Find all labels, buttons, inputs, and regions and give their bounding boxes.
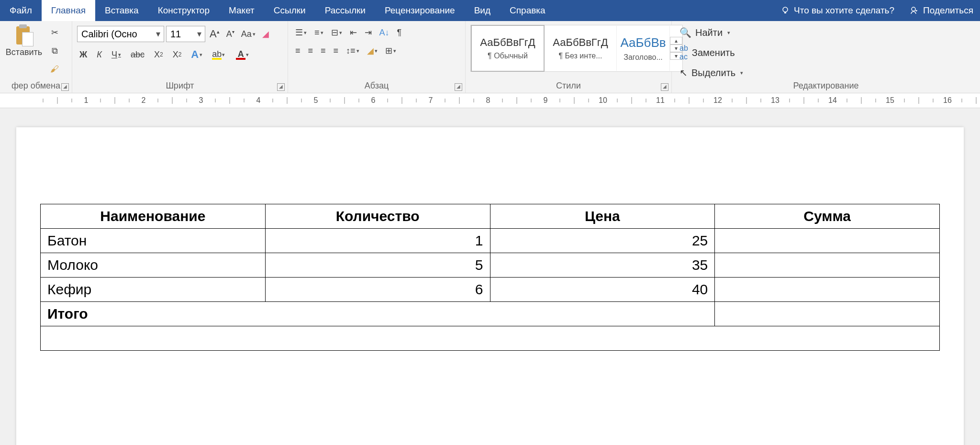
- paragraph-dialog-launcher[interactable]: ◢: [455, 83, 462, 91]
- tell-me-search[interactable]: Что вы хотите сделать?: [772, 0, 903, 21]
- select-label: Выделить: [691, 67, 735, 78]
- table-cell[interactable]: 6: [265, 278, 490, 302]
- borders-button[interactable]: ⊞▾: [383, 44, 399, 57]
- numbering-button[interactable]: ≡▾: [312, 26, 326, 39]
- decrease-indent-button[interactable]: ⇤: [347, 26, 359, 39]
- table-total-value[interactable]: [715, 302, 940, 326]
- table-cell[interactable]: 40: [490, 278, 715, 302]
- find-button[interactable]: 🔍 Найти▾: [677, 26, 746, 39]
- underline-button[interactable]: Ч▾: [109, 48, 123, 61]
- shrink-font-button[interactable]: A▾: [224, 28, 237, 41]
- font-name-input[interactable]: [78, 27, 152, 41]
- indent-icon: ⇥: [365, 27, 372, 38]
- table-cell[interactable]: 1: [265, 229, 490, 253]
- multilevel-button[interactable]: ⊟▾: [329, 26, 345, 39]
- table-cell[interactable]: 5: [265, 253, 490, 278]
- bold-button[interactable]: Ж: [77, 48, 89, 61]
- tab-home[interactable]: Главная: [42, 0, 95, 21]
- svg-text:15: 15: [886, 96, 894, 104]
- tab-references[interactable]: Ссылки: [264, 0, 315, 21]
- line-spacing-icon: ↕≡: [346, 46, 356, 56]
- tab-mailings[interactable]: Рассылки: [315, 0, 375, 21]
- share-button[interactable]: Поделиться: [903, 0, 980, 21]
- replace-icon: abac: [679, 44, 688, 61]
- document-area[interactable]: Наименование Количество Цена Сумма Батон…: [0, 108, 980, 445]
- paint-bucket-icon: ◢: [367, 45, 374, 56]
- replace-button[interactable]: abac Заменить: [677, 43, 746, 62]
- table-cell[interactable]: [715, 229, 940, 253]
- table-cell[interactable]: [715, 253, 940, 278]
- align-left-button[interactable]: ≡: [293, 44, 303, 57]
- superscript-button[interactable]: X2: [170, 48, 184, 61]
- tab-view[interactable]: Вид: [465, 0, 500, 21]
- chevron-down-icon[interactable]: ▾: [152, 29, 164, 39]
- paste-button[interactable]: Вставить: [5, 23, 43, 59]
- justify-button[interactable]: ≡: [331, 44, 341, 57]
- table-cell[interactable]: Молоко: [41, 253, 266, 278]
- cut-button[interactable]: ✂: [47, 26, 62, 39]
- italic-button[interactable]: К: [94, 48, 104, 61]
- subscript-button[interactable]: X2: [152, 48, 166, 61]
- sort-button[interactable]: A↓: [377, 26, 392, 39]
- align-center-button[interactable]: ≡: [306, 44, 316, 57]
- data-table[interactable]: Наименование Количество Цена Сумма Батон…: [40, 204, 940, 351]
- table-cell[interactable]: Батон: [41, 229, 266, 253]
- font-size-combo[interactable]: ▾: [166, 26, 205, 42]
- horizontal-ruler[interactable]: 12345678910111213141516: [0, 93, 980, 108]
- table-row[interactable]: Молоко 5 35: [41, 253, 940, 278]
- style-heading1[interactable]: АаБбВв Заголово...: [617, 26, 670, 71]
- font-color-button[interactable]: A▾: [234, 48, 248, 61]
- clear-formatting-button[interactable]: ◢: [260, 27, 271, 41]
- tab-help[interactable]: Справка: [500, 0, 555, 21]
- share-label: Поделиться: [923, 5, 973, 16]
- svg-text:4: 4: [256, 96, 261, 104]
- outdent-icon: ⇤: [350, 27, 357, 38]
- page: Наименование Количество Цена Сумма Батон…: [16, 127, 964, 445]
- styles-dialog-launcher[interactable]: ◢: [661, 83, 668, 91]
- align-right-button[interactable]: ≡: [318, 44, 328, 57]
- table-row[interactable]: Батон 1 25: [41, 229, 940, 253]
- table-header: Наименование: [41, 204, 266, 229]
- line-spacing-button[interactable]: ↕≡▾: [344, 44, 362, 57]
- copy-button[interactable]: ⧉: [47, 44, 62, 57]
- highlight-button[interactable]: ab▾: [210, 48, 224, 61]
- font-size-input[interactable]: [167, 27, 193, 41]
- format-painter-button[interactable]: 🖌: [47, 62, 62, 76]
- tab-layout[interactable]: Макет: [219, 0, 264, 21]
- svg-text:16: 16: [943, 96, 952, 104]
- tab-file[interactable]: Файл: [0, 0, 42, 21]
- table-row[interactable]: [41, 326, 940, 351]
- font-name-combo[interactable]: ▾: [77, 26, 164, 42]
- svg-text:10: 10: [599, 96, 607, 104]
- increase-indent-button[interactable]: ⇥: [362, 26, 374, 39]
- tab-insert[interactable]: Вставка: [95, 0, 148, 21]
- style-normal[interactable]: АаБбВвГгД ¶ Обычный: [471, 25, 545, 72]
- bullets-button[interactable]: ☰▾: [293, 26, 309, 39]
- table-cell[interactable]: [715, 278, 940, 302]
- table-total-row[interactable]: Итого: [41, 302, 940, 326]
- table-row[interactable]: Кефир 6 40: [41, 278, 940, 302]
- select-button[interactable]: ↖ Выделить▾: [677, 66, 746, 79]
- chevron-down-icon[interactable]: ▾: [193, 29, 205, 39]
- strikethrough-button[interactable]: abc: [128, 48, 147, 61]
- grow-font-button[interactable]: A▴: [207, 26, 222, 42]
- tab-review[interactable]: Рецензирование: [375, 0, 465, 21]
- tab-design[interactable]: Конструктор: [148, 0, 219, 21]
- table-total-label[interactable]: Итого: [41, 302, 715, 326]
- svg-text:5: 5: [314, 96, 318, 104]
- table-cell[interactable]: 25: [490, 229, 715, 253]
- show-marks-button[interactable]: ¶: [395, 26, 404, 39]
- clipboard-dialog-launcher[interactable]: ◢: [61, 83, 69, 91]
- change-case-button[interactable]: Aa▾: [239, 28, 258, 41]
- font-dialog-launcher[interactable]: ◢: [277, 83, 285, 91]
- text-effects-button[interactable]: A▾: [189, 47, 205, 62]
- style-no-spacing[interactable]: АаБбВвГгД ¶ Без инте...: [545, 26, 617, 71]
- align-left-icon: ≡: [295, 46, 301, 56]
- table-cell[interactable]: Кефир: [41, 278, 266, 302]
- shading-button[interactable]: ◢▾: [365, 44, 380, 57]
- svg-text:11: 11: [656, 96, 665, 104]
- clipboard-icon: [13, 24, 34, 47]
- table-cell[interactable]: 35: [490, 253, 715, 278]
- svg-text:2: 2: [142, 96, 146, 104]
- table-cell[interactable]: [41, 326, 940, 351]
